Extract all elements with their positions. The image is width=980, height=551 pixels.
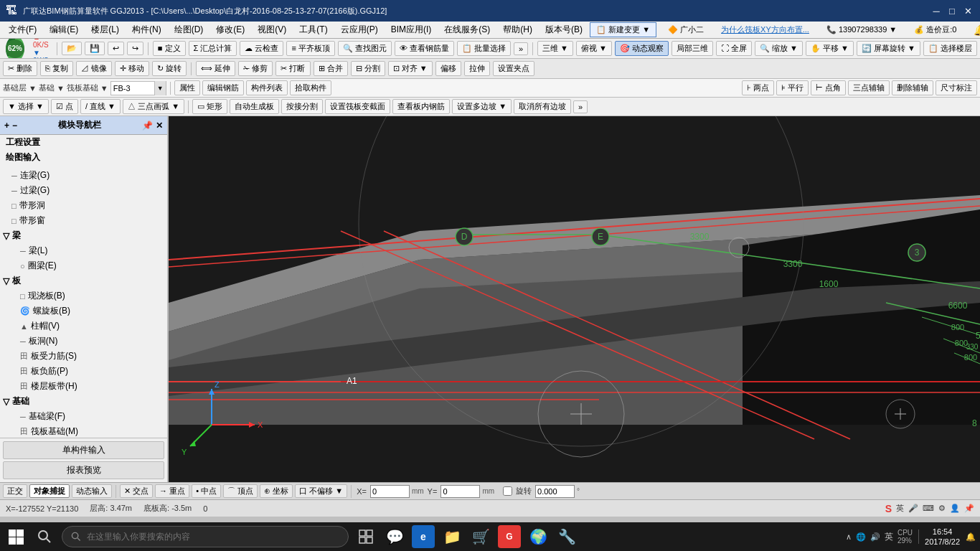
- copy-button[interactable]: ⎘ 复制: [40, 61, 73, 76]
- delete-button[interactable]: ✂ 删除: [3, 61, 37, 76]
- open-file-button[interactable]: 📂: [62, 42, 82, 55]
- split-by-intersect-button[interactable]: 按接分割: [281, 99, 323, 114]
- arc-button[interactable]: △ 三点画弧 ▼: [123, 99, 184, 114]
- find-element-button[interactable]: 🔍 查找图元: [338, 41, 392, 56]
- tray-expand[interactable]: ∧: [846, 532, 852, 542]
- taskview-button[interactable]: [354, 525, 377, 548]
- break-button[interactable]: ✂ 打断: [275, 61, 310, 76]
- view-slab-rebar-button[interactable]: 查看板内钢筋: [392, 99, 450, 114]
- menu-cloud[interactable]: 云应用(P): [335, 22, 384, 37]
- node-button[interactable]: → 重点: [155, 484, 189, 498]
- menu-view[interactable]: 视图(V): [252, 22, 292, 37]
- menu-version[interactable]: 版本号(B): [540, 22, 588, 37]
- intersection-button[interactable]: ✕ 交点: [120, 484, 153, 498]
- search-button[interactable]: [33, 525, 56, 548]
- sidebar-plus-icon[interactable]: +: [4, 121, 9, 131]
- three-point-axis-button[interactable]: 三点辅轴: [848, 80, 890, 95]
- menu-bim[interactable]: BIM应用(I): [385, 22, 438, 37]
- menu-help[interactable]: 帮助(H): [497, 22, 538, 37]
- sidebar-item-col-cap[interactable]: ▲柱帽(V): [0, 319, 167, 334]
- app-browser[interactable]: e: [412, 525, 435, 548]
- pin-icon[interactable]: 📌: [964, 504, 974, 513]
- sidebar-group-foundation[interactable]: ▽基础: [0, 394, 167, 409]
- sidebar-group-slab[interactable]: ▽板: [0, 273, 167, 288]
- menu-draw[interactable]: 绘图(D): [169, 22, 209, 37]
- sidebar-item-strip-opening[interactable]: □带形洞: [0, 198, 167, 213]
- point-button[interactable]: ☑ 点: [51, 99, 78, 114]
- sidebar-item-beam[interactable]: ─梁(L): [0, 243, 167, 258]
- phone-button[interactable]: 📞 13907298339 ▼: [821, 24, 903, 36]
- menu-online[interactable]: 在线服务(S): [438, 22, 496, 37]
- app-folder[interactable]: 📁: [440, 525, 463, 548]
- batch-select-button[interactable]: 📋 批量选择: [457, 41, 511, 56]
- align-button[interactable]: ⊡ 对齐 ▼: [388, 61, 433, 76]
- zoom-button[interactable]: 🔍 缩放 ▼: [755, 41, 803, 56]
- ime-tray[interactable]: 英: [885, 531, 893, 543]
- snap-button[interactable]: 对象捕捉: [29, 484, 70, 498]
- pan-button[interactable]: ✋ 平移 ▼: [806, 41, 854, 56]
- report-preview-button[interactable]: 报表预览: [3, 461, 164, 479]
- align-slab-button[interactable]: ≡ 平齐板顶: [286, 41, 334, 56]
- notification-button[interactable]: 🔔: [966, 532, 976, 542]
- angle-button[interactable]: ⊢ 点角: [811, 80, 846, 95]
- app-ggj[interactable]: G: [498, 525, 521, 548]
- menu-edit[interactable]: 编辑(E): [44, 22, 84, 37]
- 3d-button[interactable]: 三维 ▼: [537, 41, 573, 56]
- top-view-button[interactable]: 俯视 ▼: [576, 41, 612, 56]
- sidebar-group-beam[interactable]: ▽梁: [0, 228, 167, 243]
- dimension-button[interactable]: 尺寸标注: [936, 80, 977, 95]
- properties-button[interactable]: 属性: [174, 80, 200, 95]
- more2-button[interactable]: »: [573, 100, 588, 113]
- sidebar-item-raft[interactable]: 田筏板基础(M): [0, 424, 167, 438]
- sidebar-item-slab-opening[interactable]: ─板洞(N): [0, 334, 167, 349]
- two-point-button[interactable]: ⊦ 两点: [742, 80, 774, 95]
- vertex-button[interactable]: ⌒ 顶点: [223, 484, 258, 498]
- select-floor-button[interactable]: 📋 选择楼层: [923, 41, 977, 56]
- undo-button[interactable]: ↩: [108, 42, 124, 55]
- user-icon[interactable]: 👤: [950, 504, 960, 513]
- delete-axis-button[interactable]: 删除辅轴: [892, 80, 933, 95]
- select-button[interactable]: ▼ 选择 ▼: [3, 99, 49, 114]
- split-button[interactable]: ⊟ 分割: [351, 61, 385, 76]
- menu-tools[interactable]: 工具(T): [293, 22, 333, 37]
- app-extra1[interactable]: 🌍: [527, 525, 550, 548]
- sidebar-item-cast-slab[interactable]: □现浇板(B): [0, 288, 167, 303]
- element-input[interactable]: [111, 82, 154, 95]
- more-button[interactable]: »: [514, 42, 528, 55]
- orthogonal-button[interactable]: 正交: [3, 484, 27, 498]
- no-offset-button[interactable]: 口 不偏移 ▼: [295, 484, 347, 498]
- view-rebar-button[interactable]: 👁 查看钢筋量: [395, 41, 454, 56]
- set-raft-section-button[interactable]: 设置筏板变截面: [325, 99, 390, 114]
- rectangle-button[interactable]: ▭ 矩形: [192, 99, 227, 114]
- define-button[interactable]: ■ 定义: [153, 41, 186, 56]
- sidebar-minus-icon[interactable]: −: [12, 121, 17, 131]
- app-chat[interactable]: 💬: [383, 525, 406, 548]
- dynamic-view-button[interactable]: 🎯 动态观察: [615, 41, 669, 56]
- sidebar-item-floor-band[interactable]: 田楼层板带(H): [0, 379, 167, 394]
- save-button[interactable]: 💾: [85, 42, 105, 55]
- mirror-button[interactable]: ⊿ 镜像: [76, 61, 112, 76]
- edit-rebar-button[interactable]: 编辑钢筋: [202, 80, 244, 95]
- line-button[interactable]: / 直线 ▼: [80, 99, 121, 114]
- question-button[interactable]: 为什么筏板XY方向布置...: [715, 23, 815, 37]
- coord-button[interactable]: ⊕ 坐标: [260, 484, 293, 498]
- redo-button[interactable]: ↪: [127, 42, 143, 55]
- sidebar-pin-icon[interactable]: 📌: [142, 121, 153, 131]
- sidebar-item-slab-neg-rebar[interactable]: 田板负筋(P): [0, 364, 167, 379]
- calculate-button[interactable]: Σ 汇总计算: [189, 41, 237, 56]
- screen-rotate-button[interactable]: 🔄 屏幕旋转 ▼: [857, 41, 920, 56]
- network-icon[interactable]: 🌐: [856, 532, 866, 542]
- midpoint-button[interactable]: • 中点: [192, 484, 221, 498]
- new-change-button[interactable]: 📋 新建变更 ▼: [590, 22, 656, 37]
- pick-element-button[interactable]: 拾取构件: [290, 80, 331, 95]
- bell-icon[interactable]: 🔔: [968, 23, 980, 37]
- canvas-area[interactable]: D E 3 4 5 8 A1 3300 3300 1600: [169, 116, 980, 482]
- menu-floor[interactable]: 楼层(L): [85, 22, 125, 37]
- menu-element[interactable]: 构件(N): [126, 22, 167, 37]
- cancel-slope-button[interactable]: 取消所有边坡: [514, 99, 571, 114]
- sidebar-draw-input[interactable]: 绘图输入: [0, 150, 167, 165]
- sidebar-item-link-beam[interactable]: ─连梁(G): [0, 168, 167, 183]
- system-clock[interactable]: 16:54 2017/8/22: [925, 527, 960, 547]
- close-button[interactable]: ✕: [961, 4, 974, 17]
- menu-modify[interactable]: 修改(E): [210, 22, 250, 37]
